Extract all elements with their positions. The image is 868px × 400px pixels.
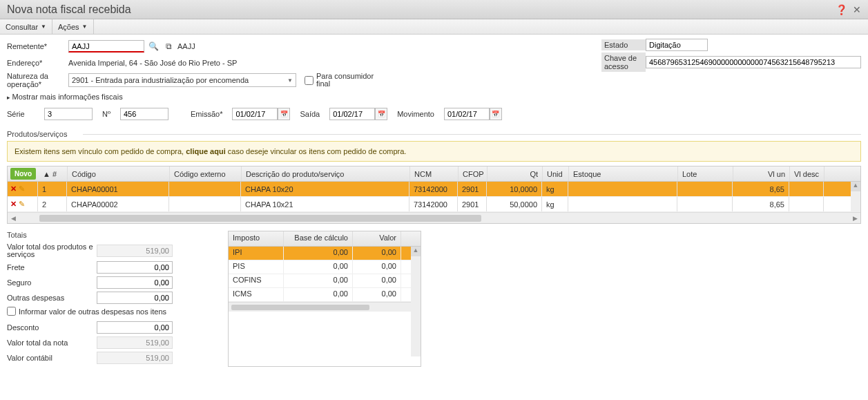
outras-label: Outras despesas [7, 294, 97, 302]
col-ncm[interactable]: NCM [410, 166, 459, 181]
scroll-left-icon[interactable]: ◀ [8, 215, 19, 222]
scroll-thumb[interactable] [39, 215, 481, 222]
tax-row[interactable]: COFINS 0,00 0,00 [229, 274, 421, 288]
col-valor[interactable]: Valor [353, 231, 401, 246]
outras-field[interactable] [97, 292, 173, 304]
warn-link[interactable]: clique aqui [186, 147, 225, 155]
window-title: Nova nota fiscal recebida [7, 3, 836, 16]
cell-valor: 0,00 [353, 260, 401, 274]
calendar-icon[interactable]: 📅 [490, 108, 502, 120]
novo-button[interactable]: Novo [10, 168, 36, 180]
cell-valor: 0,00 [353, 274, 401, 287]
scroll-up-icon[interactable]: ▲ [851, 182, 860, 191]
cell-vlun: 8,65 [733, 197, 789, 211]
numero-field[interactable] [120, 108, 168, 120]
tax-hscroll[interactable]: ▶ [229, 302, 421, 312]
col-codigo[interactable]: Código [68, 166, 170, 181]
remetente-label: Remetente* [7, 42, 66, 50]
cell-estoque [568, 182, 677, 196]
cell-valor: 0,00 [353, 247, 401, 260]
cell-vldesc [789, 182, 824, 196]
emissao-field[interactable] [232, 108, 278, 120]
warn-pre: Existem itens sem vínculo com pedido de … [15, 147, 186, 155]
saida-field[interactable] [329, 108, 375, 120]
col-estoque[interactable]: Estoque [569, 166, 678, 181]
saida-label: Saída [300, 110, 320, 118]
scroll-right-icon[interactable]: ▶ [849, 215, 860, 222]
chave-acesso-field[interactable] [646, 56, 861, 68]
section-products-title: Produtos/serviços [7, 130, 868, 138]
seguro-field[interactable] [97, 276, 173, 289]
tax-row[interactable]: PIS 0,00 0,00 [229, 260, 421, 274]
seguro-label: Seguro [7, 278, 97, 287]
cell-cfop: 2901 [458, 182, 487, 196]
delete-icon[interactable]: ✕ [10, 184, 17, 193]
calendar-icon[interactable]: 📅 [278, 108, 290, 120]
menu-consultar-label: Consultar [6, 23, 38, 31]
edit-icon[interactable]: ✎ [19, 184, 25, 193]
col-unid[interactable]: Unid [543, 166, 569, 181]
consumidor-checkbox[interactable] [305, 76, 314, 85]
frete-field[interactable] [97, 261, 173, 274]
calendar-icon[interactable]: 📅 [375, 108, 387, 120]
col-base[interactable]: Base de cálculo [284, 231, 353, 246]
desconto-field[interactable] [97, 321, 173, 334]
col-vldesc[interactable]: Vl desc [790, 166, 824, 181]
cell-valor: 0,00 [353, 288, 401, 301]
col-cfop[interactable]: CFOP [459, 166, 488, 181]
valor-total-field [97, 245, 173, 257]
col-descricao[interactable]: Descrição do produto/serviço [242, 166, 410, 181]
warn-post: caso deseje vincular os itens com pedido… [226, 147, 407, 155]
cell-qt: 10,0000 [487, 182, 542, 196]
external-link-icon[interactable]: ⧉ [166, 41, 172, 51]
estado-field[interactable] [646, 39, 708, 51]
desconto-label: Desconto [7, 323, 97, 332]
col-qt[interactable]: Qt [488, 166, 543, 181]
menu-consultar[interactable]: Consultar▼ [0, 19, 52, 34]
informar-checkbox-wrap[interactable]: Informar valor de outras despesas nos it… [7, 307, 207, 316]
numero-label: Nº [102, 110, 110, 118]
tax-row[interactable]: IPI 0,00 0,00 [229, 247, 421, 260]
right-panel: Estado Chave de acesso [601, 39, 861, 73]
table-row[interactable]: ✕✎ 1 CHAPA00001 CHAPA 10x20 73142000 290… [8, 182, 860, 197]
movimento-field[interactable] [444, 108, 490, 120]
menu-acoes[interactable]: Ações▼ [52, 19, 94, 34]
tax-vscroll[interactable]: ▲ [411, 247, 421, 356]
mostrar-mais-link[interactable]: Mostrar mais informações fiscais [7, 90, 861, 106]
menu-acoes-label: Ações [58, 23, 79, 31]
col-cod-externo[interactable]: Código externo [170, 166, 242, 181]
grid-vscroll[interactable]: ▲ [851, 182, 860, 212]
natureza-select[interactable]: 2901 - Entrada para industrialização por… [68, 73, 296, 87]
cell-vldesc [789, 197, 824, 211]
cell-base: 0,00 [284, 274, 353, 287]
cell-codigo: CHAPA00001 [67, 182, 169, 196]
remetente-field[interactable] [68, 40, 144, 53]
cell-imposto: PIS [229, 260, 284, 274]
consumidor-checkbox-wrap[interactable]: Para consumidor final [305, 73, 385, 88]
valor-nota-label: Valor total da nota [7, 339, 97, 347]
tax-row[interactable]: ICMS 0,00 0,00 [229, 288, 421, 302]
scroll-thumb[interactable] [231, 305, 369, 310]
warning-box: Existem itens sem vínculo com pedido de … [7, 141, 861, 162]
grid-header: Novo ▲ # Código Código externo Descrição… [8, 166, 860, 182]
tax-header: Imposto Base de cálculo Valor [229, 231, 421, 247]
help-icon[interactable]: ❓ [836, 4, 847, 15]
scroll-up-icon[interactable]: ▲ [411, 247, 421, 256]
col-seq[interactable]: ▲ # [39, 166, 68, 181]
table-row[interactable]: ✕✎ 2 CHAPA00002 CHAPA 10x21 73142000 290… [8, 197, 860, 212]
serie-field[interactable] [44, 108, 93, 120]
col-imposto[interactable]: Imposto [229, 231, 284, 246]
serie-label: Série [7, 110, 35, 118]
edit-icon[interactable]: ✎ [19, 200, 25, 209]
close-icon[interactable]: ✕ [853, 4, 861, 15]
cell-desc: CHAPA 10x20 [241, 182, 409, 196]
col-vlun[interactable]: Vl un [733, 166, 790, 181]
totals-section: Totais Valor total dos produtos e serviç… [7, 231, 861, 367]
remetente-link-text[interactable]: AAJJ [177, 42, 195, 50]
grid-hscroll[interactable]: ◀▶ [8, 212, 860, 223]
delete-icon[interactable]: ✕ [10, 200, 17, 209]
search-icon[interactable]: 🔍 [148, 41, 159, 51]
cell-ncm: 73142000 [409, 182, 458, 196]
col-lote[interactable]: Lote [678, 166, 733, 181]
informar-checkbox[interactable] [7, 307, 16, 316]
